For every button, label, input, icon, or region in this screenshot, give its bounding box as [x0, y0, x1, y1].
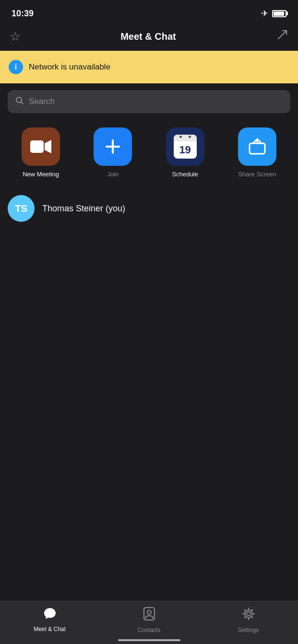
user-item[interactable]: TS Thomas Steiner (you) — [8, 192, 290, 225]
contacts-icon — [143, 607, 155, 624]
network-message: Network is unavailable — [29, 62, 110, 72]
search-container: Search — [0, 83, 298, 120]
info-icon: i — [9, 60, 23, 74]
join-label: Join — [107, 171, 119, 178]
svg-line-1 — [21, 102, 24, 104]
airplane-icon: ✈ — [261, 8, 268, 19]
search-placeholder: Search — [29, 97, 55, 106]
svg-marker-3 — [45, 140, 51, 153]
svg-point-11 — [245, 610, 252, 618]
share-screen-button[interactable]: Share Screen — [233, 127, 281, 178]
tab-settings[interactable]: Settings — [225, 607, 273, 633]
svg-point-9 — [147, 610, 151, 614]
calendar-day: 19 — [174, 141, 197, 159]
search-bar[interactable]: Search — [8, 90, 290, 113]
tab-bar: Meet & Chat Contacts Settings — [0, 601, 298, 644]
svg-rect-2 — [30, 140, 44, 153]
join-icon-bg — [94, 127, 132, 166]
schedule-icon-bg: 19 — [166, 127, 204, 166]
share-screen-label: Share Screen — [238, 171, 276, 178]
battery-icon — [272, 10, 286, 17]
schedule-button[interactable]: 19 Schedule — [161, 127, 209, 178]
new-meeting-button[interactable]: New Meeting — [17, 127, 65, 178]
svg-point-10 — [247, 612, 250, 616]
meet-chat-icon — [43, 607, 57, 623]
new-meeting-label: New Meeting — [23, 171, 59, 178]
user-avatar: TS — [8, 195, 35, 222]
schedule-label: Schedule — [172, 171, 198, 178]
calendar-icon: 19 — [174, 135, 197, 159]
status-time: 10:39 — [12, 9, 34, 19]
join-button[interactable]: Join — [89, 127, 137, 178]
star-icon[interactable]: ☆ — [10, 29, 21, 44]
header-title: Meet & Chat — [120, 31, 176, 42]
user-list: TS Thomas Steiner (you) — [0, 183, 298, 230]
status-icons: ✈ — [261, 8, 286, 19]
status-bar: 10:39 ✈ — [0, 0, 298, 24]
meet-chat-label: Meet & Chat — [34, 626, 66, 632]
settings-icon — [242, 607, 255, 624]
new-meeting-icon-bg — [22, 127, 60, 166]
share-screen-icon-bg — [238, 127, 276, 166]
svg-rect-6 — [250, 143, 265, 154]
home-indicator — [118, 639, 180, 641]
search-icon — [15, 96, 24, 107]
tab-contacts[interactable]: Contacts — [125, 607, 173, 633]
edit-icon[interactable] — [276, 29, 288, 44]
network-banner: i Network is unavailable — [0, 51, 298, 83]
header: ☆ Meet & Chat — [0, 24, 298, 51]
user-name: Thomas Steiner (you) — [42, 204, 125, 214]
actions-grid: New Meeting Join 19 Schedule — [0, 120, 298, 183]
tab-meet-chat[interactable]: Meet & Chat — [26, 607, 74, 632]
contacts-label: Contacts — [138, 627, 160, 633]
settings-label: Settings — [238, 627, 259, 633]
